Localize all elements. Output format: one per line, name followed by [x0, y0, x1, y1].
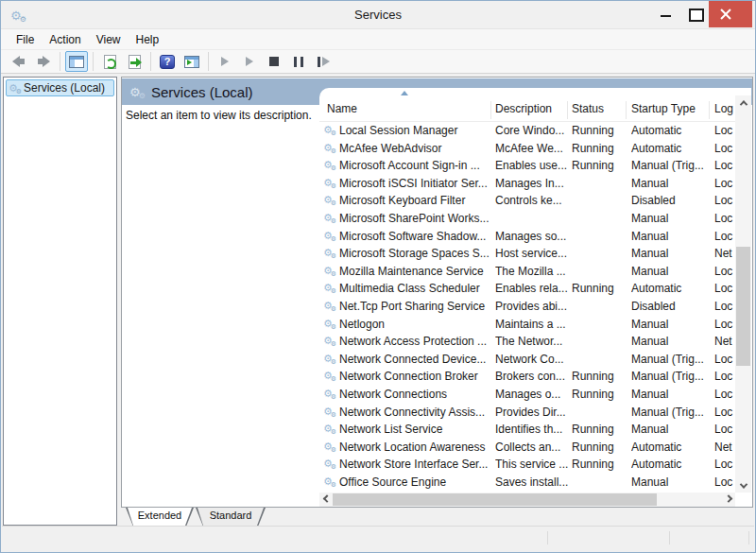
table-row[interactable]: Microsoft Storage Spaces S...Host servic…	[319, 245, 735, 263]
cell-status: Running	[572, 280, 627, 298]
show-action-pane-button[interactable]	[180, 51, 203, 72]
column-header-name[interactable]: Name	[327, 102, 357, 115]
table-row[interactable]: NetlogonMaintains a ...ManualLoc	[319, 316, 735, 334]
cell-description: Provides Dir...	[495, 404, 569, 422]
cell-log: Loc	[714, 210, 735, 228]
stop-service-button[interactable]	[263, 51, 285, 72]
pause-service-button[interactable]	[287, 51, 310, 72]
help-button[interactable]	[156, 51, 179, 72]
tab-extended[interactable]: Extended	[126, 508, 194, 527]
cell-log: Loc	[714, 386, 735, 404]
cell-log: Loc	[714, 175, 735, 193]
column-divider[interactable]	[490, 101, 491, 119]
table-row[interactable]: Office Source EngineSaves install...Manu…	[319, 474, 735, 492]
table-row[interactable]: Local Session ManagerCore Windo...Runnin…	[319, 122, 735, 140]
chevron-down-icon	[739, 480, 747, 488]
maximize-button[interactable]	[680, 1, 709, 27]
table-row[interactable]: Mozilla Maintenance ServiceThe Mozilla .…	[319, 263, 735, 281]
cell-startup: Manual	[631, 316, 711, 334]
restart-service-button[interactable]	[312, 51, 335, 72]
chevron-left-icon	[322, 494, 330, 502]
console-tree: Services (Local)	[3, 77, 117, 526]
table-row[interactable]: Microsoft Keyboard FilterControls ke...D…	[319, 192, 735, 210]
table-row[interactable]: Network Connected Device...Network Co...…	[319, 351, 735, 369]
panel-header: Services (Local)	[129, 84, 253, 100]
scroll-down-button[interactable]	[735, 478, 751, 493]
table-row[interactable]: Microsoft Account Sign-in ...Enables use…	[319, 157, 735, 175]
horizontal-scrollbar[interactable]	[319, 493, 735, 507]
cell-name: Net.Tcp Port Sharing Service	[339, 298, 490, 316]
column-divider[interactable]	[567, 101, 568, 119]
column-header-log-on-as[interactable]: Log	[714, 102, 733, 115]
cell-startup: Manual (Trig...	[631, 368, 711, 386]
scroll-up-button[interactable]	[735, 95, 751, 110]
table-row[interactable]: Net.Tcp Port Sharing ServiceProvides abi…	[319, 298, 735, 316]
column-divider[interactable]	[709, 101, 710, 119]
table-row[interactable]: Network List ServiceIdentifies th...Runn…	[319, 421, 735, 439]
column-header-status[interactable]: Status	[572, 102, 604, 115]
refresh-button[interactable]	[98, 51, 121, 72]
cell-startup: Manual	[631, 245, 711, 263]
table-row[interactable]: Microsoft iSCSI Initiator Ser...Manages …	[319, 175, 735, 193]
cell-status: Running	[572, 157, 627, 175]
description-prompt: Select an item to view its description.	[126, 109, 315, 122]
cell-status: Running	[572, 439, 627, 457]
cell-description: Saves install...	[495, 474, 569, 492]
service-gear-icon	[323, 125, 335, 135]
column-divider[interactable]	[626, 101, 627, 119]
service-gear-icon	[323, 213, 335, 223]
close-button[interactable]	[709, 1, 752, 27]
horizontal-scroll-thumb[interactable]	[333, 493, 657, 506]
column-header-startup-type[interactable]: Startup Type	[631, 102, 696, 115]
table-row[interactable]: McAfee WebAdvisorMcAfee We...RunningAuto…	[319, 140, 735, 158]
cell-description: Controls ke...	[495, 192, 569, 210]
cell-log: Loc	[714, 228, 735, 246]
service-gear-icon	[323, 406, 335, 417]
minimize-button[interactable]	[652, 1, 680, 27]
cell-description: Collects an...	[495, 439, 569, 457]
scroll-left-button[interactable]	[319, 493, 334, 507]
column-header-description[interactable]: Description	[495, 102, 552, 115]
cell-name: Microsoft Software Shadow...	[339, 228, 490, 246]
cell-startup: Disabled	[631, 192, 711, 210]
service-gear-icon	[323, 248, 335, 258]
cell-log: Loc	[714, 456, 735, 474]
table-row[interactable]: Multimedia Class SchedulerEnables rela..…	[319, 280, 735, 298]
back-button[interactable]	[8, 51, 30, 72]
cell-description: Enables use...	[495, 157, 569, 175]
status-bar	[2, 526, 754, 551]
tree-item-services-local[interactable]: Services (Local)	[6, 79, 114, 96]
show-console-tree-icon	[69, 56, 84, 68]
menu-file[interactable]: File	[9, 31, 42, 48]
export-list-button[interactable]	[123, 51, 146, 72]
service-gear-icon	[323, 389, 335, 399]
start-service-button[interactable]	[214, 51, 236, 72]
service-gear-icon	[323, 423, 335, 434]
table-row[interactable]: Network ConnectionsManages o...RunningMa…	[319, 386, 735, 404]
start-service-icon	[221, 57, 229, 66]
vertical-scroll-thumb[interactable]	[736, 247, 750, 366]
forward-button[interactable]	[32, 51, 55, 72]
table-row[interactable]: Microsoft Software Shadow...Manages so..…	[319, 228, 735, 246]
scroll-right-button[interactable]	[721, 493, 735, 507]
vertical-scrollbar[interactable]	[735, 95, 751, 493]
show-action-pane-icon	[184, 56, 199, 68]
cell-status: Running	[572, 456, 627, 474]
menu-help[interactable]: Help	[129, 31, 167, 48]
tab-standard[interactable]: Standard	[196, 508, 266, 527]
table-row[interactable]: Network Store Interface Ser...This servi…	[319, 456, 735, 474]
menu-view[interactable]: View	[89, 31, 129, 48]
table-row[interactable]: Network Location AwarenessCollects an...…	[319, 439, 735, 457]
table-row[interactable]: Network Connection BrokerBrokers con...R…	[319, 368, 735, 386]
table-row[interactable]: Network Access Protection ...The Networ.…	[319, 333, 735, 351]
resume-service-button[interactable]	[238, 51, 261, 72]
cell-log: Loc	[714, 122, 735, 140]
show-console-tree-button[interactable]	[65, 51, 88, 72]
table-row[interactable]: Network Connectivity Assis...Provides Di…	[319, 404, 735, 422]
service-gear-icon	[323, 441, 335, 452]
status-divider	[748, 531, 749, 544]
title-bar: Services	[1, 1, 755, 29]
cell-name: McAfee WebAdvisor	[339, 140, 490, 158]
menu-action[interactable]: Action	[42, 31, 88, 48]
table-row[interactable]: Microsoft SharePoint Works...ManualLoc	[319, 210, 735, 228]
